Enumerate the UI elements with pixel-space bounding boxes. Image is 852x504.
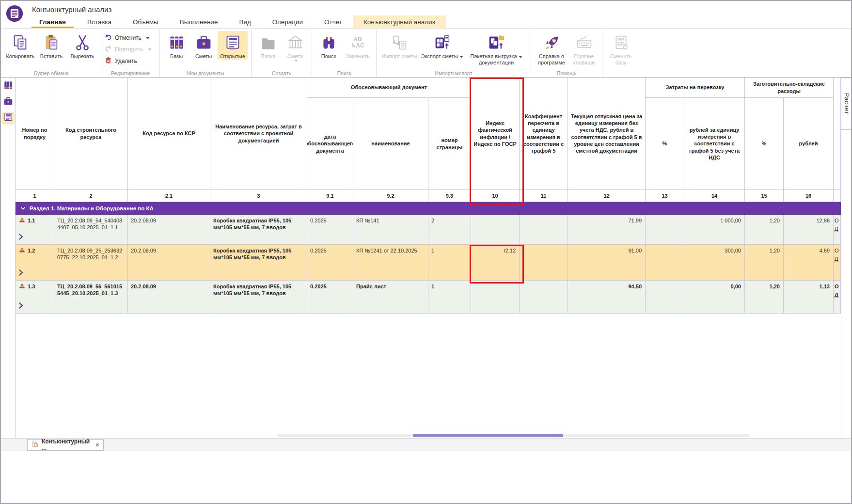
col-header-ksr-code[interactable]: Код ресурса по КСР — [128, 78, 210, 190]
paste-button[interactable]: Вставить — [36, 31, 66, 60]
cell-coefficient[interactable] — [520, 215, 568, 245]
about-button[interactable]: Справка опрограмме — [535, 31, 568, 66]
tab-konyunkturny-analiz[interactable]: Конъюнктурный анализ — [353, 16, 446, 28]
batch-export-button[interactable]: Пакетная выгрузкадокументации — [465, 31, 527, 66]
expand-chevron-icon[interactable] — [19, 302, 52, 310]
cell-warehouse-pct[interactable]: 1,20 — [745, 245, 784, 281]
col-header-doc-name[interactable]: наименование — [353, 98, 428, 190]
search-button[interactable]: Поиск — [316, 31, 342, 60]
horizontal-scrollbar-thumb[interactable] — [413, 434, 563, 437]
open-documents-button[interactable]: Открытые — [218, 31, 248, 60]
cell-transport-pct[interactable] — [646, 215, 684, 245]
col-header-conversion-coefficient[interactable]: Коэффициент пересчета в единицу измерени… — [520, 78, 568, 190]
section-header-row[interactable]: Раздел 1. Материалы и Оборудование по КА — [16, 202, 841, 215]
cell-coefficient[interactable] — [520, 245, 568, 281]
col-header-resource-name[interactable]: Наименование ресурса, затрат в соответст… — [210, 78, 307, 190]
col-header-warehouse-pct[interactable]: % — [745, 98, 784, 190]
cell-page[interactable]: 1 — [428, 245, 471, 281]
table-row-cell-number[interactable]: 1.2 — [16, 245, 54, 281]
cell-resource-name[interactable]: Коробка квадратная IP55, 105 мм*105 мм*5… — [210, 245, 307, 281]
tab-vstavka[interactable]: Вставка — [77, 16, 122, 28]
table-row-cell-number[interactable]: 1.3 — [16, 281, 54, 314]
col-header-page-number[interactable]: номер страницы — [428, 98, 471, 190]
expand-chevron-icon[interactable] — [19, 234, 52, 241]
cut-button[interactable]: Вырезать — [67, 31, 97, 60]
close-icon[interactable]: × — [95, 441, 99, 448]
cell-doc-date[interactable]: 0.2025 — [307, 245, 353, 281]
delete-button[interactable]: Удалить — [105, 57, 156, 65]
cell-coefficient[interactable] — [520, 281, 568, 314]
cell-inflation-index-annotated[interactable]: /2,12 — [471, 245, 520, 281]
col-header-transport-rub[interactable]: рублей за единицу измерения в соответств… — [684, 98, 745, 190]
cell-ksr-code[interactable]: 20.2.08.09 — [128, 245, 210, 281]
document-tab-konyunkturny[interactable]: Конъюнктурный ... × — [27, 439, 104, 451]
cell-current-price[interactable]: 91,00 — [568, 245, 646, 281]
cell-warehouse-pct[interactable]: 1,20 — [745, 215, 784, 245]
undo-dropdown-caret[interactable] — [146, 37, 150, 39]
group-header-transport-costs[interactable]: Затраты на перевозку — [646, 78, 745, 98]
cell-resource-name[interactable]: Коробка квадратная IP55, 105 мм*105 мм*5… — [210, 281, 307, 314]
folder-button[interactable]: Папка — [255, 31, 281, 60]
cell-warehouse-rub[interactable]: 12,86 — [784, 215, 834, 245]
col-header-inflation-index[interactable]: Индекс фактической инфляции / Индекс по … — [471, 78, 520, 190]
cell-page[interactable]: 2 — [428, 215, 471, 245]
sidebar-item-open-documents[interactable] — [2, 112, 15, 125]
cell-transport-pct[interactable] — [646, 245, 684, 281]
col-header-transport-pct[interactable]: % — [646, 98, 684, 190]
cell-resource-code[interactable]: ТЦ_20.2.08.09_56_5610155445_20.10.2025_0… — [54, 281, 128, 314]
col-header-current-price[interactable]: Текущая отпускная цена за единицу измере… — [568, 78, 646, 190]
cell-doc-name[interactable]: Прайс лист — [353, 281, 428, 314]
tab-glavnaya[interactable]: Главная — [29, 16, 77, 28]
cell-transport-rub[interactable]: 1 000,00 — [684, 215, 745, 245]
undo-button[interactable]: Отменить — [105, 33, 156, 42]
sidebar-item-estimates[interactable] — [2, 96, 15, 109]
cell-current-price[interactable]: 71,99 — [568, 215, 646, 245]
col-header-resource-code[interactable]: Код строительного ресурса — [54, 78, 128, 190]
cell-resource-code[interactable]: ТЦ_20.2.08.09_25_2536320775_22.10.2025_0… — [54, 245, 128, 281]
copy-button[interactable]: Копировать — [5, 31, 35, 60]
tab-raschet[interactable]: Расчет — [841, 78, 852, 130]
cell-doc-name[interactable]: КП №141 — [353, 215, 428, 245]
tab-vypolnenie[interactable]: Выполнение — [169, 16, 229, 28]
col-header-doc-date[interactable]: дата обосновывающего документа — [307, 98, 353, 190]
cell-page[interactable]: 1 — [428, 281, 471, 314]
cell-transport-rub[interactable]: 0,00 — [684, 281, 745, 314]
cell-ksr-code[interactable]: 20.2.08.09 — [128, 281, 210, 314]
hotkeys-button[interactable]: Горячиеклавиши — [569, 31, 599, 66]
cell-current-price[interactable]: 94,50 — [568, 281, 646, 314]
change-database-button[interactable]: Сменитьбазу — [606, 31, 636, 66]
group-header-warehouse-costs[interactable]: Заготовительно-складские расходы — [745, 78, 834, 98]
estimates-button[interactable]: Сметы — [190, 31, 217, 60]
section-collapse-icon[interactable] — [20, 205, 26, 211]
redo-button[interactable]: Повторить — [105, 45, 156, 54]
cell-resource-code[interactable]: ТЦ_20.2.08.09_54_5404084407_05.10.2025_0… — [54, 215, 128, 245]
bases-button[interactable]: Базы — [163, 31, 189, 60]
cell-inflation-index[interactable] — [471, 215, 520, 245]
tab-otchet[interactable]: Отчет — [314, 16, 353, 28]
import-estimate-button[interactable]: Импорт сметы — [380, 31, 419, 60]
cell-ksr-code[interactable]: 20.2.08.09 — [128, 215, 210, 245]
estimate-create-button[interactable]: Смета — [282, 31, 308, 62]
group-my-documents: Базы Сметы Открытые Мои документы — [160, 30, 252, 77]
cell-transport-rub[interactable]: 300,00 — [684, 245, 745, 281]
col-header-warehouse-rub[interactable]: рублей — [784, 98, 834, 190]
replace-button[interactable]: AB↳AC Заменить — [343, 31, 373, 60]
tab-vid[interactable]: Вид — [228, 16, 261, 28]
export-estimate-button[interactable]: Экспорт сметы — [420, 31, 464, 60]
cell-doc-name[interactable]: КП №1241 от 22.10.2025 — [353, 245, 428, 281]
cell-inflation-index[interactable] — [471, 281, 520, 314]
cell-warehouse-rub[interactable]: 1,13 — [784, 281, 834, 314]
sidebar-item-bases[interactable] — [2, 80, 15, 93]
table-row-cell-number[interactable]: 1.1 — [16, 215, 54, 245]
cell-warehouse-rub[interactable]: 4,69 — [784, 245, 834, 281]
cell-resource-name[interactable]: Коробка квадратная IP55, 105 мм*105 мм*5… — [210, 215, 307, 245]
col-header-number[interactable]: Номер по порядку — [16, 78, 54, 190]
group-header-justifying-document[interactable]: Обосновывающий документ — [307, 78, 471, 98]
tab-obyomy[interactable]: Объёмы — [122, 16, 169, 28]
cell-warehouse-pct[interactable]: 1,20 — [745, 281, 784, 314]
cell-doc-date[interactable]: 0.2025 — [307, 281, 353, 314]
tab-operacii[interactable]: Операции — [262, 16, 314, 28]
expand-chevron-icon[interactable] — [19, 269, 52, 277]
cell-doc-date[interactable]: 0.2025 — [307, 215, 353, 245]
cell-transport-pct[interactable] — [646, 281, 684, 314]
